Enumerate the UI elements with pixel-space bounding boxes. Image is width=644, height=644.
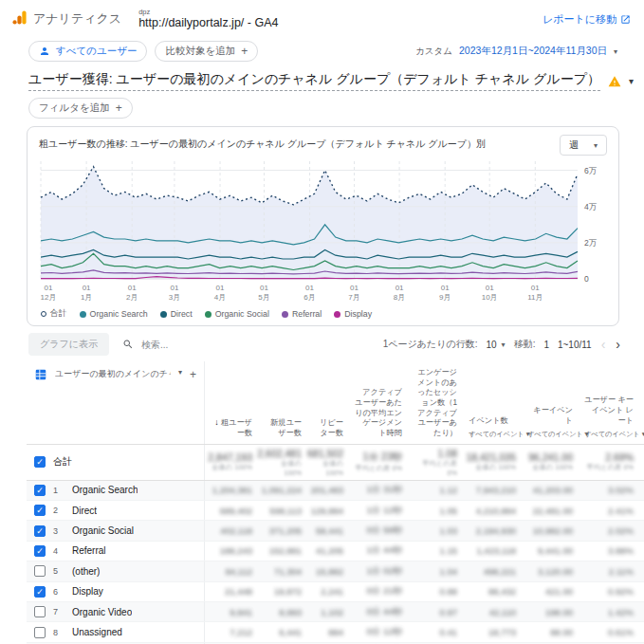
row-number: 3 — [53, 526, 64, 536]
row-value: 0.61% — [608, 627, 634, 637]
row-value: 71,304 — [274, 566, 302, 577]
row-checkbox[interactable]: ✓ — [34, 525, 46, 537]
row-value-cell: 21,448 — [205, 582, 258, 601]
column-header[interactable]: アクティブ ユーザーあたりの平均エンゲージメント時間 — [349, 361, 408, 444]
channel-name: Referral — [72, 545, 106, 556]
row-value: 1.04 — [440, 566, 458, 577]
row-value: 1分 44秒 — [367, 544, 403, 557]
legend-item: Direct — [160, 309, 193, 319]
row-checkbox[interactable]: ✓ — [34, 545, 46, 557]
chart-area[interactable]: 02万4万6万0112月011月012月013月014月015月016月017月… — [39, 156, 607, 307]
row-checkbox[interactable]: ✓ — [34, 456, 46, 468]
row-value: 598,113 — [269, 506, 302, 516]
row-checkbox[interactable] — [34, 627, 46, 638]
event-scope-select[interactable]: すべてのイベント ▾ — [469, 430, 529, 438]
row-checkbox[interactable] — [34, 565, 46, 577]
dimension-column-header[interactable]: ユーザーの最初のメインのチャネ...ォルト チャネル グループ)▾+ — [27, 361, 205, 444]
row-checkbox[interactable] — [34, 606, 46, 617]
all-users-chip[interactable]: すべてのユーザー — [28, 41, 147, 62]
svg-text:3月: 3月 — [169, 293, 180, 302]
legend-item: Display — [334, 309, 372, 319]
show-in-graph-button[interactable]: グラフに表示 — [28, 333, 109, 356]
search-input[interactable] — [139, 339, 263, 351]
svg-text:01: 01 — [531, 284, 540, 292]
table-row: ✓1Organic Search1,204,3811,091,224201,48… — [27, 481, 644, 501]
row-value-cell: 3.02% — [579, 481, 639, 500]
channel-name: Direct — [72, 506, 97, 516]
legend-swatch-icon — [80, 311, 86, 318]
column-header[interactable]: リピーター数 — [307, 361, 349, 444]
title-chevron-down-icon[interactable]: ▾ — [629, 76, 634, 86]
legend-label: Organic Social — [215, 309, 269, 319]
event-scope-select[interactable]: すべてのイベント ▾ — [584, 430, 644, 438]
totals-value-cell: 2,602,481全体の 100% — [258, 445, 307, 480]
row-value-cell: 498,221 — [463, 561, 522, 580]
row-number: 7 — [53, 607, 64, 616]
warning-icon[interactable] — [608, 75, 621, 88]
row-value-cell: 88.00 — [522, 622, 579, 641]
next-page-icon[interactable]: › — [615, 338, 621, 351]
sort-descending-icon: ↓ — [214, 417, 219, 427]
chevron-down-icon: ▾ — [614, 47, 617, 56]
row-value-cell: 2,241 — [307, 582, 349, 601]
table-row: ✓2Direct689,402598,113129,8841分 12秒1.054… — [27, 501, 644, 521]
column-header[interactable]: ユーザー キーイベント レートすべてのイベント ▾ — [579, 361, 639, 444]
row-value: 3,120.00 — [538, 566, 573, 577]
totals-subvalue: 全体の 100% — [264, 459, 302, 477]
legend-item: Referral — [282, 309, 322, 319]
row-number: 8 — [53, 628, 64, 637]
row-value-cell: 6,441 — [258, 622, 307, 641]
row-value-cell: 0分 58秒 — [349, 521, 408, 540]
column-header[interactable]: 新規ユーザー数 — [258, 361, 307, 444]
column-header[interactable]: キーイベントすべてのイベント ▾ — [522, 361, 579, 444]
interval-select[interactable]: 週 ▾ — [560, 135, 607, 156]
table-search[interactable] — [122, 339, 263, 351]
pagination-range: 1~10/11 — [558, 340, 592, 350]
search-icon — [122, 339, 134, 350]
svg-text:2月: 2月 — [126, 293, 138, 302]
table-rows: ✓1Organic Search1,204,3811,091,224201,48… — [27, 481, 644, 644]
row-checkbox[interactable]: ✓ — [34, 505, 46, 516]
add-dimension-icon[interactable]: + — [190, 368, 196, 381]
column-header[interactable]: エンゲージメントのあったセッション数（1アクティブ ユーザーあたり） — [408, 361, 463, 444]
row-value: 421.00 — [545, 586, 573, 597]
column-header[interactable]: イベント数すべてのイベント ▾ — [463, 361, 522, 444]
prev-page-icon[interactable]: ‹ — [600, 338, 607, 351]
row-value: 498,221 — [484, 566, 516, 577]
report-title-row: ユーザー獲得: ユーザーの最初のメインのチャネル グループ（デフォルト チャネル… — [28, 71, 616, 91]
svg-text:01: 01 — [128, 284, 137, 292]
row-value-cell: 1,423,118 — [463, 542, 522, 561]
trend-chart[interactable]: 02万4万6万0112月011月012月013月014月015月016月017月… — [39, 156, 607, 304]
channel-name: Organic Search — [72, 485, 138, 495]
row-value: 0分 58秒 — [367, 524, 403, 537]
svg-text:01: 01 — [305, 284, 314, 292]
totals-value: 2,847,193 — [208, 451, 252, 463]
column-header[interactable]: ↓粗ユーザー数 — [205, 361, 258, 444]
row-value: 41,205 — [316, 545, 343, 556]
row-checkbox[interactable]: ✓ — [34, 485, 46, 496]
rows-per-page-select[interactable]: 10 ▾ — [486, 340, 505, 350]
channel-name: Organic Video — [72, 607, 132, 617]
column-header-label: エンゲージメントのあったセッション数（1アクティブ ユーザーあたり） — [417, 368, 457, 437]
row-number: 4 — [53, 546, 64, 556]
row-value-cell: 2.02% — [579, 521, 639, 540]
row-name-cell: ✓1Organic Search — [27, 481, 205, 500]
chevron-down-icon: ▾ — [178, 368, 182, 377]
row-checkbox[interactable]: ✓ — [34, 586, 46, 598]
column-header-label: キーイベント — [533, 406, 573, 425]
goto-page-value[interactable]: 1 — [543, 340, 549, 350]
channel-name: Display — [72, 586, 103, 597]
add-filter-chip[interactable]: フィルタを追加 + — [28, 98, 133, 119]
row-value-cell: 1.05 — [408, 501, 463, 520]
legend-swatch-icon — [205, 311, 212, 318]
property-selector[interactable]: dpz http://dailyportalz.jp/ - GA4 — [138, 9, 278, 30]
page-title[interactable]: ユーザー獲得: ユーザーの最初のメインのチャネル グループ（デフォルト チャネル… — [28, 71, 600, 91]
row-value: 6,441 — [279, 627, 302, 637]
row-value-cell: 188,243 — [205, 542, 258, 561]
add-comparison-chip[interactable]: 比較対象を追加 + — [155, 41, 258, 62]
user-icon — [39, 46, 50, 57]
svg-text:4万: 4万 — [584, 202, 598, 212]
row-value-cell: 3,120.00 — [522, 561, 579, 580]
go-to-report-link[interactable]: レポートに移動 — [543, 12, 631, 27]
date-range-picker[interactable]: カスタム 2023年12月1日~2024年11月30日 ▾ — [415, 45, 617, 58]
